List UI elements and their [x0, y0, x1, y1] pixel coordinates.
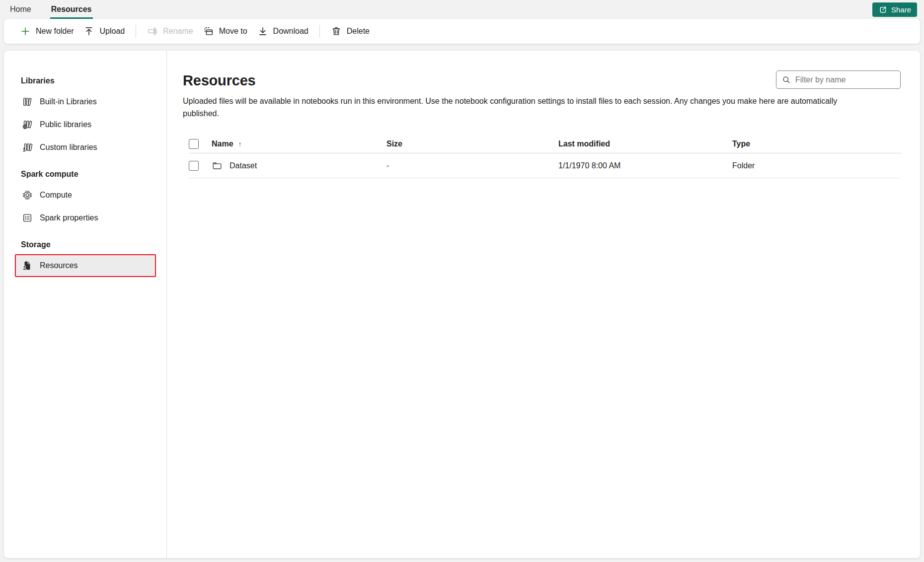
download-icon [257, 26, 268, 37]
upload-icon [83, 26, 94, 37]
sidebar-item-label: Resources [40, 261, 77, 270]
compute-icon [22, 190, 33, 201]
table-row[interactable]: Dataset - 1/1/1970 8:00 AM Folder [189, 153, 901, 178]
sidebar-item-public-libraries[interactable]: Public libraries [15, 113, 156, 136]
sidebar-item-label: Custom libraries [40, 143, 97, 152]
sidebar-item-label: Spark properties [40, 213, 98, 222]
built-in-libraries-icon [22, 96, 33, 107]
sidebar-heading-spark-compute: Spark compute [15, 170, 166, 179]
new-folder-plus-icon [20, 26, 31, 37]
folder-icon [212, 160, 223, 171]
resources-main-pane: Resources Uploaded files will be availab… [167, 51, 920, 558]
top-tab-bar: Home Resources Share [0, 0, 924, 19]
rename-icon [147, 26, 158, 37]
page-description: Uploaded files will be available in note… [183, 95, 873, 120]
download-button[interactable]: Download [252, 23, 313, 40]
column-header-name[interactable]: Name ↑ [212, 140, 386, 148]
column-header-type[interactable]: Type [732, 140, 901, 148]
share-icon [878, 5, 888, 14]
move-to-button[interactable]: Move to [198, 23, 252, 40]
resources-toolbar: New folder Upload Rename [4, 19, 920, 44]
upload-button[interactable]: Upload [78, 23, 130, 40]
sidebar-item-resources[interactable]: Resources [15, 254, 156, 277]
column-header-label: Name [212, 140, 233, 148]
move-to-label: Move to [219, 27, 247, 36]
public-libraries-icon [22, 119, 33, 130]
environment-resources-page: Home Resources Share New folder [0, 0, 924, 562]
sort-ascending-icon: ↑ [238, 140, 242, 148]
select-all-checkbox[interactable] [189, 139, 199, 149]
row-last-modified-cell: 1/1/1970 8:00 AM [558, 161, 732, 170]
filter-box [776, 70, 901, 89]
new-folder-button[interactable]: New folder [15, 23, 78, 40]
sidebar-item-compute[interactable]: Compute [15, 184, 156, 207]
sidebar-item-label: Built-in Libraries [40, 97, 97, 106]
row-name-label: Dataset [230, 161, 257, 170]
sidebar-item-label: Compute [40, 191, 72, 200]
rename-label: Rename [163, 27, 193, 36]
rename-button[interactable]: Rename [142, 23, 198, 40]
sidebar-item-spark-properties[interactable]: Spark properties [15, 207, 156, 229]
row-name-cell[interactable]: Dataset [212, 160, 386, 171]
spark-properties-icon [22, 212, 33, 223]
share-button[interactable]: Share [872, 2, 917, 17]
custom-libraries-icon [22, 142, 33, 153]
sidebar-item-label: Public libraries [40, 120, 91, 129]
search-icon [781, 75, 791, 85]
row-select-cell [189, 161, 212, 171]
row-size-cell: - [386, 161, 558, 170]
column-header-label: Size [386, 140, 402, 148]
toolbar-separator [136, 25, 136, 38]
column-header-label: Last modified [558, 140, 610, 148]
sidebar-heading-storage: Storage [15, 240, 166, 249]
tab-home[interactable]: Home [9, 1, 32, 19]
new-folder-label: New folder [36, 27, 74, 36]
resources-icon [22, 260, 33, 271]
content-card: Libraries Built-in Libraries [4, 51, 920, 558]
sidebar-item-custom-libraries[interactable]: Custom libraries [15, 136, 156, 159]
column-header-label: Type [732, 140, 750, 148]
column-header-last-modified[interactable]: Last modified [558, 140, 732, 148]
download-label: Download [273, 27, 308, 36]
move-to-icon [203, 26, 214, 37]
row-type-cell: Folder [732, 161, 901, 170]
filter-by-name-input[interactable] [795, 75, 898, 84]
resources-table: Name ↑ Size Last modified Type [189, 135, 901, 178]
table-header-row: Name ↑ Size Last modified Type [189, 135, 901, 153]
settings-sidebar: Libraries Built-in Libraries [4, 51, 167, 558]
sidebar-item-built-in-libraries[interactable]: Built-in Libraries [15, 90, 156, 113]
column-header-size[interactable]: Size [386, 140, 558, 148]
delete-label: Delete [347, 27, 370, 36]
upload-label: Upload [99, 27, 125, 36]
tab-resources[interactable]: Resources [50, 1, 93, 19]
delete-button[interactable]: Delete [326, 23, 375, 40]
sidebar-heading-libraries: Libraries [15, 76, 166, 85]
row-checkbox[interactable] [189, 161, 199, 171]
select-all-cell [189, 139, 212, 149]
delete-icon [331, 26, 342, 37]
share-button-label: Share [891, 5, 911, 14]
toolbar-separator [319, 25, 320, 38]
